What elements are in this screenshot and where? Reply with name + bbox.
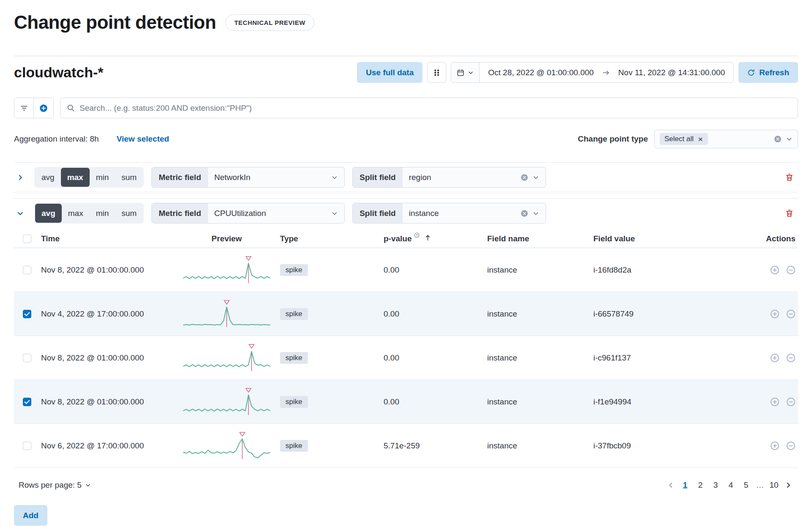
- trash-icon: [785, 209, 794, 218]
- date-range-end[interactable]: Nov 11, 2022 @ 14:31:00.000: [610, 63, 733, 82]
- meta-left: Aggregation interval: 8h View selected: [14, 134, 169, 144]
- filter-button-group: [14, 98, 54, 118]
- row-pvalue: 0.00: [384, 309, 487, 319]
- page-number[interactable]: 2: [694, 478, 707, 492]
- row-field-name: instance: [487, 397, 593, 407]
- clear-selection-icon[interactable]: [774, 135, 782, 143]
- page-number[interactable]: 5: [740, 478, 752, 492]
- split-field-label: Split field: [353, 167, 403, 187]
- filter-button[interactable]: [14, 98, 34, 118]
- page-number[interactable]: 1: [679, 478, 691, 492]
- metric-field-select[interactable]: NetworkIn: [208, 167, 345, 187]
- page-number[interactable]: 3: [709, 478, 722, 492]
- super-date-picker: Oct 28, 2022 @ 01:00:00.000 Nov 11, 2022…: [451, 62, 734, 83]
- table-row: Nov 8, 2022 @ 01:00:00.000 spike 0.00 in…: [14, 248, 798, 292]
- aggregation-function-group: avg max min sum: [34, 167, 144, 188]
- delete-config-button[interactable]: [780, 205, 798, 222]
- row-checkbox[interactable]: [23, 442, 31, 450]
- split-field-select[interactable]: instance: [403, 203, 546, 223]
- date-range-start[interactable]: Oct 28, 2022 @ 01:00:00.000: [480, 63, 602, 82]
- filter-out-value-icon[interactable]: [786, 265, 796, 275]
- agg-sum-button[interactable]: sum: [115, 204, 143, 223]
- delete-config-button[interactable]: [780, 169, 798, 186]
- page-number[interactable]: 4: [724, 478, 737, 492]
- metric-field-select[interactable]: CPUUtilization: [208, 203, 345, 223]
- split-field-select[interactable]: region: [403, 167, 546, 187]
- refresh-button[interactable]: Refresh: [738, 62, 798, 83]
- filter-icon: [20, 104, 28, 112]
- preview-sparkline-chart: [181, 431, 272, 460]
- chevron-down-icon: [331, 174, 338, 181]
- header-pvalue-sort[interactable]: p-value ?: [384, 234, 431, 243]
- row-field-value: i-16fd8d2a: [593, 265, 751, 275]
- row-pvalue: 0.00: [384, 397, 487, 407]
- expand-config-button[interactable]: [14, 171, 27, 184]
- agg-sum-button[interactable]: sum: [115, 168, 143, 187]
- chevron-down-icon[interactable]: [786, 136, 793, 142]
- filter-for-value-icon[interactable]: [770, 309, 779, 319]
- page-header: Change point detection TECHNICAL PREVIEW: [14, 12, 798, 33]
- combo-controls: [774, 135, 793, 143]
- chevron-right-icon: [785, 481, 792, 489]
- table-row: Nov 8, 2022 @ 01:00:00.000 spike 0.00 in…: [14, 380, 798, 424]
- change-point-type-combobox[interactable]: Select all ✕: [654, 130, 798, 148]
- type-badge: spike: [280, 440, 308, 452]
- search-input[interactable]: [80, 104, 791, 113]
- row-pvalue: 0.00: [384, 353, 487, 363]
- row-checkbox[interactable]: [23, 266, 31, 274]
- refresh-label: Refresh: [759, 68, 789, 77]
- boxes-vertical-button[interactable]: [427, 62, 446, 83]
- filter-for-value-icon[interactable]: [770, 265, 779, 275]
- table-row: Nov 8, 2022 @ 01:00:00.000 spike 0.00 in…: [14, 336, 798, 380]
- row-field-name: instance: [487, 309, 593, 319]
- add-filter-button[interactable]: [34, 98, 53, 118]
- search-box: [60, 98, 798, 118]
- remove-pill-icon[interactable]: ✕: [698, 136, 703, 142]
- svg-text:?: ?: [416, 233, 418, 237]
- row-checkbox[interactable]: [23, 398, 31, 406]
- row-field-name: instance: [487, 265, 593, 275]
- collapse-config-button[interactable]: [14, 207, 27, 220]
- header-actions: Actions: [751, 234, 798, 243]
- filter-out-value-icon[interactable]: [786, 309, 796, 319]
- use-full-data-button[interactable]: Use full data: [357, 62, 422, 83]
- agg-min-button[interactable]: min: [90, 168, 115, 187]
- row-field-value: i-37fbcb09: [593, 441, 751, 451]
- chevron-right-icon: [16, 174, 24, 181]
- clear-split-field-icon[interactable]: [521, 174, 528, 181]
- preview-sparkline-chart: [181, 388, 272, 416]
- row-time: Nov 8, 2022 @ 01:00:00.000: [41, 265, 173, 275]
- page-ellipsis: …: [755, 481, 765, 490]
- agg-max-button[interactable]: max: [61, 168, 90, 187]
- date-quick-select-button[interactable]: [451, 63, 480, 82]
- filter-out-value-icon[interactable]: [786, 441, 796, 451]
- sort-ascending-icon: [424, 234, 431, 241]
- filter-out-value-icon[interactable]: [786, 397, 796, 407]
- row-field-name: instance: [487, 441, 593, 451]
- change-points-table: Time Preview Type p-value ? Field name: [14, 229, 798, 468]
- row-checkbox[interactable]: [23, 310, 31, 318]
- rows-per-page-label: Rows per page: 5: [19, 481, 82, 490]
- agg-avg-button[interactable]: avg: [35, 204, 62, 223]
- arrow-right-icon: [602, 63, 610, 82]
- clear-split-field-icon[interactable]: [521, 210, 528, 217]
- filter-for-value-icon[interactable]: [770, 397, 779, 407]
- rows-per-page-button[interactable]: Rows per page: 5: [19, 481, 91, 490]
- boxes-vertical-icon: [434, 69, 440, 76]
- agg-avg-button[interactable]: avg: [35, 168, 61, 187]
- filter-out-value-icon[interactable]: [786, 353, 796, 363]
- select-all-checkbox[interactable]: [23, 235, 31, 243]
- header-pvalue: p-value: [384, 234, 412, 243]
- filter-for-value-icon[interactable]: [770, 353, 779, 363]
- next-page-button[interactable]: [783, 480, 794, 491]
- add-config-button[interactable]: Add: [14, 505, 47, 526]
- previous-page-button[interactable]: [665, 480, 676, 491]
- row-checkbox[interactable]: [23, 354, 31, 362]
- chevron-down-icon: [16, 210, 24, 217]
- view-selected-link[interactable]: View selected: [117, 134, 169, 144]
- agg-max-button[interactable]: max: [62, 204, 90, 223]
- page-number[interactable]: 10: [768, 478, 780, 492]
- row-field-value: i-c961f137: [593, 353, 751, 363]
- agg-min-button[interactable]: min: [90, 204, 115, 223]
- filter-for-value-icon[interactable]: [770, 441, 779, 451]
